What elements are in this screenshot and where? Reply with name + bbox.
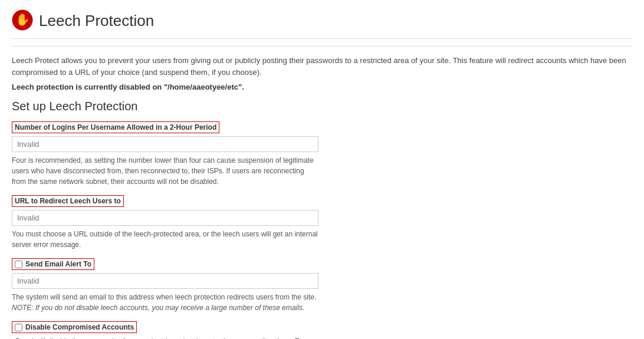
svg-text:✋: ✋ [15,12,30,27]
header-divider [12,46,632,47]
url-field-group: URL to Redirect Leech Users to You must … [12,195,632,250]
section-title: Set up Leech Protection [12,100,632,113]
email-input[interactable] [12,273,318,289]
disable-field-group: Disable Compromised Accounts cPanel will… [12,321,632,339]
logins-note: Four is recommended, as setting the numb… [12,155,318,187]
url-input[interactable] [12,210,318,226]
email-field-group: Send Email Alert To The system will send… [12,258,632,313]
logins-label: Number of Logins Per Username Allowed in… [12,121,219,133]
disable-label[interactable]: Disable Compromised Accounts [12,321,137,333]
stop-hand-icon: ✋ [12,9,33,32]
logins-field-group: Number of Logins Per Username Allowed in… [12,121,632,187]
disable-note: cPanel will disable the passwords of use… [12,336,318,339]
email-note: The system will send an email to this ad… [12,292,318,313]
leech-status: Leech protection is currently disabled o… [12,83,632,91]
page-header: ✋ Leech Protection [12,9,632,39]
url-note: You must choose a URL outside of the lee… [12,229,318,250]
logins-input[interactable] [12,136,318,152]
disable-checkbox[interactable] [15,324,22,331]
page-description: Leech Protect allows you to prevent your… [12,55,632,78]
email-label[interactable]: Send Email Alert To [12,258,94,270]
url-label: URL to Redirect Leech Users to [12,195,124,207]
email-checkbox[interactable] [15,261,22,268]
page-title: Leech Protection [39,12,154,30]
